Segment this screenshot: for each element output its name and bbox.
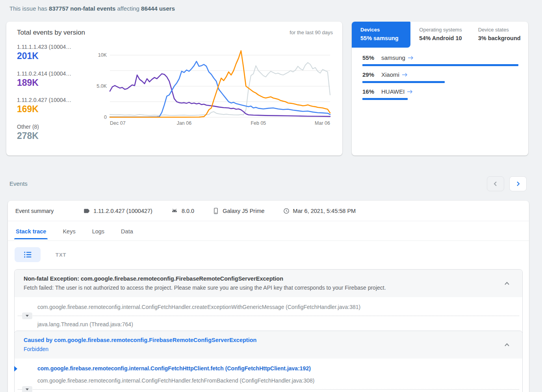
txt-view-button[interactable]: TXT — [56, 252, 67, 258]
device-name: HUAWEI — [381, 88, 405, 95]
svg-text:5.0K: 5.0K — [97, 83, 107, 89]
exception-header[interactable]: Caused by com.google.firebase.remoteconf… — [15, 331, 522, 359]
event-device-chip: Galaxy J5 Prime — [212, 207, 264, 214]
issue-users-count: 86444 users — [141, 5, 175, 12]
issue-stats-prefix: This issue has — [9, 5, 49, 12]
stack-frame: java.lang.Thread.run (Thread.java:764) — [15, 318, 522, 331]
device-row-samsung[interactable]: 55% samsung — [362, 54, 518, 66]
svg-text:Mar 06: Mar 06 — [315, 120, 330, 126]
device-row-xiaomi[interactable]: 29% Xiaomi — [362, 71, 518, 83]
version-value: 189K — [17, 78, 92, 88]
event-version-text: 1.11.2.0.427 (1000427) — [93, 208, 152, 214]
device-name: samsung — [381, 54, 405, 61]
tab-device-states[interactable]: Device states 3% background — [470, 22, 528, 48]
hidden-frames-divider — [18, 389, 519, 390]
version-value: 201K — [17, 51, 92, 61]
events-timeline-chart: 05.0K10KDec 07Jan 06Feb 05Mar 06 — [91, 43, 339, 142]
device-row-huawei[interactable]: 16% HUAWEI — [362, 88, 518, 100]
device-name: Xiaomi — [381, 71, 399, 78]
event-tabs: Stack trace Keys Logs Data — [8, 221, 529, 241]
version-item-1[interactable]: 1.11.0.2.414 (10004… 189K — [17, 70, 92, 88]
arrow-right-icon — [402, 72, 408, 77]
version-item-2[interactable]: 1.11.2.0.427 (10004… 169K — [17, 97, 92, 115]
version-label: 1.11.1.1.423 (10004… — [17, 44, 92, 50]
chart-period-label: for the last 90 days — [290, 30, 333, 35]
tab-stack-trace[interactable]: Stack trace — [16, 222, 46, 239]
current-frame-marker-icon — [14, 366, 17, 372]
svg-text:0: 0 — [104, 115, 107, 120]
arrow-right-icon — [408, 55, 414, 60]
stack-frame: com.google.firebase.remoteconfig.interna… — [15, 375, 522, 387]
exception-message: Fetch failed: The user is not authorized… — [24, 285, 499, 291]
device-percent: 55% — [362, 54, 381, 61]
device-share-bar — [362, 81, 445, 83]
collapse-chevron-icon[interactable] — [503, 280, 510, 287]
android-icon — [171, 207, 178, 214]
event-time-text: Mar 6, 2021, 5:45:58 PM — [293, 208, 356, 214]
version-tag-icon — [83, 207, 90, 214]
version-label: 1.11.0.2.414 (10004… — [17, 70, 92, 77]
chevron-left-icon — [491, 179, 500, 189]
clock-icon — [283, 207, 290, 214]
chart-card-title: Total events by version — [17, 29, 85, 37]
device-percent: 29% — [362, 71, 381, 78]
exception-message: Forbidden — [24, 346, 499, 352]
device-share-bar — [362, 98, 408, 100]
exception-card-caused-by: Caused by com.google.firebase.remoteconf… — [14, 331, 523, 392]
tab-logs[interactable]: Logs — [92, 222, 104, 239]
expand-frames-button[interactable] — [22, 386, 32, 392]
list-view-icon — [23, 251, 32, 259]
hidden-frames-divider — [18, 316, 519, 316]
event-summary-label: Event summary — [15, 208, 54, 214]
svg-text:Dec 07: Dec 07 — [110, 120, 126, 126]
device-share-bar — [362, 64, 518, 66]
exception-title: Non-fatal Exception: com.google.firebase… — [24, 276, 499, 282]
events-by-version-card: Total events by version for the last 90 … — [6, 22, 342, 155]
event-os-text: 8.0.0 — [182, 208, 194, 214]
breakdown-tabs: Devices 55% samsung Operating systems 54… — [352, 22, 528, 48]
svg-text:10K: 10K — [98, 52, 107, 58]
stack-frame-highlighted: com.google.firebase.remoteconfig.interna… — [15, 362, 522, 375]
previous-event-button[interactable] — [487, 176, 504, 191]
stacktrace-view-toggle: TXT — [15, 247, 67, 262]
tab-label: Device states — [478, 27, 528, 33]
tab-value: 55% samsung — [360, 35, 410, 41]
crashlytics-issue-page: This issue has 837757 non-fatal events a… — [0, 0, 542, 392]
event-device-text: Galaxy J5 Prime — [223, 208, 264, 214]
collapse-chevron-icon[interactable] — [503, 342, 510, 348]
stack-frame: com.google.firebase.remoteconfig.interna… — [15, 301, 522, 313]
device-percent: 16% — [362, 88, 381, 95]
events-section-title: Events — [9, 180, 28, 187]
svg-text:Jan 06: Jan 06 — [177, 120, 192, 126]
tab-value: 3% background — [478, 35, 528, 41]
chevron-right-icon — [513, 179, 523, 189]
event-os-chip: 8.0.0 — [171, 207, 194, 214]
event-summary-row: Event summary 1.11.2.0.427 (1000427) 8.0… — [8, 201, 529, 221]
exception-title: Caused by com.google.firebase.remoteconf… — [24, 337, 499, 343]
tab-keys[interactable]: Keys — [63, 222, 75, 239]
tab-label: Operating systems — [419, 27, 469, 33]
issue-stats-line: This issue has 837757 non-fatal events a… — [9, 5, 175, 12]
version-item-0[interactable]: 1.11.1.1.423 (10004… 201K — [17, 44, 92, 61]
svg-text:Feb 05: Feb 05 — [251, 120, 266, 126]
tab-devices[interactable]: Devices 55% samsung — [352, 22, 410, 48]
version-label: Other (8) — [17, 124, 92, 130]
version-item-3[interactable]: Other (8) 278K — [17, 124, 92, 141]
list-view-button[interactable] — [15, 247, 41, 262]
issue-events-count: 837757 non-fatal events — [49, 5, 115, 12]
tab-operating-systems[interactable]: Operating systems 54% Android 10 — [410, 22, 469, 48]
stack-frames: com.google.firebase.remoteconfig.interna… — [15, 297, 522, 335]
issue-stats-middle: affecting — [115, 5, 141, 12]
exception-card-nonfatal: Non-fatal Exception: com.google.firebase… — [14, 269, 523, 336]
version-label: 1.11.2.0.427 (10004… — [17, 97, 92, 103]
event-detail-card: Event summary 1.11.2.0.427 (1000427) 8.0… — [8, 201, 529, 392]
event-time-chip: Mar 6, 2021, 5:45:58 PM — [283, 207, 356, 214]
exception-header[interactable]: Non-fatal Exception: com.google.firebase… — [15, 270, 522, 297]
stack-frames: com.google.firebase.remoteconfig.interna… — [15, 359, 522, 392]
next-event-button[interactable] — [509, 176, 527, 191]
tab-value: 54% Android 10 — [419, 35, 469, 41]
tab-label: Devices — [360, 27, 410, 33]
tab-data[interactable]: Data — [121, 222, 133, 239]
version-value: 169K — [17, 104, 92, 115]
version-value: 278K — [17, 131, 92, 141]
